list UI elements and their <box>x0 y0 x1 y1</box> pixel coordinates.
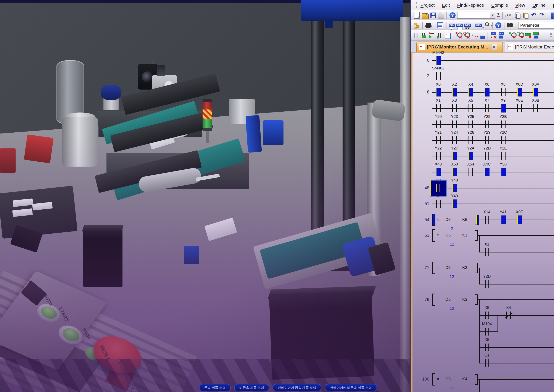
device-display-icon[interactable]: DEV▾ <box>476 24 482 27</box>
sim-load-button-1[interactable]: 금속 제품 로딩 <box>199 384 231 391</box>
menu-item-view[interactable]: View <box>515 3 525 8</box>
ladder-contact-on[interactable] <box>468 88 473 97</box>
contact-pale-icon[interactable] <box>413 32 420 39</box>
help-icon[interactable]: ? <box>495 22 501 28</box>
ladder-contact-bar[interactable] <box>440 104 441 112</box>
ladder-contact-bar[interactable] <box>501 136 502 144</box>
ladder-contact-bar[interactable] <box>472 168 473 176</box>
ladder-contact-bar[interactable] <box>436 72 437 80</box>
checklist-icon[interactable] <box>444 32 451 39</box>
ladder-contact-bar[interactable] <box>488 312 489 319</box>
ladder-contact-bar[interactable] <box>440 72 441 80</box>
ladder-contact-bar[interactable] <box>506 312 507 319</box>
zoom-icon[interactable]: ▾ <box>483 22 490 29</box>
ladder-contact-bar[interactable] <box>456 104 457 112</box>
ladder-contact-bar[interactable] <box>505 136 505 144</box>
ladder-contact-bar[interactable] <box>452 136 453 144</box>
ladder-contact-on[interactable] <box>436 56 441 65</box>
ladder-contact-bar[interactable] <box>488 248 489 256</box>
quick-access-combo[interactable]: ▼ <box>457 12 495 19</box>
undo-icon[interactable] <box>531 12 538 19</box>
menu-item-project[interactable]: Project <box>421 3 435 8</box>
new-document-icon[interactable] <box>414 12 420 19</box>
ladder-contact-on[interactable] <box>468 152 473 160</box>
ladder-contact-bar[interactable] <box>469 104 469 112</box>
ladder-contact-bar[interactable] <box>485 343 486 351</box>
scan-exec-icon[interactable]: ↓✕ <box>525 32 531 39</box>
ladder-contact-bar[interactable] <box>440 120 441 128</box>
ladder-contact-bar[interactable] <box>485 120 486 128</box>
ladder-contact-on[interactable] <box>501 104 506 112</box>
ladder-contact-bar[interactable] <box>521 104 522 112</box>
ladder-contact-bar[interactable] <box>485 328 486 336</box>
ladder-contact-bar[interactable] <box>436 136 437 144</box>
ladder-contact-bar[interactable] <box>436 200 437 208</box>
help-icon[interactable]: ? <box>449 12 456 18</box>
clipped-icon[interactable] <box>551 13 554 19</box>
ladder-contact-bar[interactable] <box>517 104 518 112</box>
ladder-contact-bar[interactable] <box>505 152 505 160</box>
scan-table-icon[interactable]: ↓ <box>479 32 485 39</box>
ladder-contact-bar[interactable] <box>505 120 505 128</box>
ladder-contact-bar[interactable] <box>485 152 486 160</box>
ladder-contact-on[interactable] <box>452 184 457 192</box>
device-network-icon[interactable]: DEV <box>464 24 471 27</box>
ladder-contact-bar[interactable] <box>436 152 437 160</box>
ladder-contact-bar[interactable] <box>488 120 489 128</box>
sim-load-button-2[interactable]: 비금속 제품 로딩 <box>234 384 269 391</box>
ladder-contact-on[interactable] <box>533 88 538 97</box>
ladder-contact-bar[interactable] <box>485 312 486 319</box>
tab-monitor-executing-1[interactable]: [PRG]Monitor Executing M... ✕ <box>416 42 503 52</box>
ladder-contact-bar[interactable] <box>456 120 457 128</box>
print-icon[interactable] <box>438 14 444 19</box>
ladder-contact-bar[interactable] <box>533 104 534 112</box>
step-contact-icon[interactable] <box>436 32 443 39</box>
redo-icon[interactable] <box>539 12 546 19</box>
project-tree-icon[interactable] <box>413 22 420 29</box>
ladder-contact-bar[interactable] <box>472 104 473 112</box>
device-table-skip-icon[interactable]: DEV <box>498 32 505 39</box>
ladder-contact-on[interactable] <box>452 152 457 160</box>
ladder-contact-bar[interactable] <box>452 104 453 112</box>
menu-item-debug[interactable]: Debug <box>553 3 554 8</box>
ladder-contact-bar[interactable] <box>501 88 502 96</box>
ladder-contact-bar[interactable] <box>485 248 486 256</box>
menu-item-find-replace[interactable]: Find/Replace <box>457 3 484 8</box>
toolbar-overflow-icon[interactable]: ▼─ <box>549 33 553 38</box>
ladder-contact-bar[interactable] <box>488 216 489 224</box>
paste-icon[interactable] <box>522 12 529 19</box>
copy-icon[interactable] <box>514 12 521 19</box>
ladder-contact-bar[interactable] <box>469 168 469 176</box>
ladder-contact-on[interactable] <box>452 199 457 208</box>
ladder-contact-bar[interactable] <box>485 280 486 288</box>
save-icon[interactable] <box>430 13 436 18</box>
sim-load-button-3[interactable]: 컨베이어에 금속 제품 로딩 <box>273 384 322 391</box>
program-list-icon[interactable] <box>437 22 443 28</box>
device-test2-icon[interactable]: ✕ <box>463 32 470 39</box>
ladder-contact-bar[interactable] <box>537 104 538 112</box>
ladder-contact-bar[interactable] <box>510 312 511 319</box>
menu-item-compile[interactable]: Compile <box>491 3 508 8</box>
ladder-contact-bar[interactable] <box>440 152 441 160</box>
device-table-icon[interactable]: DEV <box>456 24 463 27</box>
find-icon[interactable] <box>507 22 513 29</box>
ladder-contact-bar[interactable] <box>472 120 473 128</box>
ladder-canvas[interactable]: 0M54422SM4028X0X2X4X6X8X0DX0AX1X3X5X7X9X… <box>413 53 554 392</box>
scan-exec-table-icon[interactable] <box>533 32 539 39</box>
sim-load-button-4[interactable]: 컨베이어에 비금속 제품 로딩 <box>325 384 377 391</box>
ladder-contact-bar[interactable] <box>436 104 437 112</box>
ladder-contact-on[interactable] <box>517 216 522 224</box>
ladder-contact-bar[interactable] <box>501 152 502 160</box>
ladder-contact-bar[interactable] <box>488 104 489 112</box>
ladder-contact-on[interactable] <box>501 216 506 224</box>
run-step-icon[interactable] <box>429 32 435 39</box>
contact-run-icon[interactable] <box>421 32 428 39</box>
device-find-icon[interactable]: DEV <box>449 24 455 27</box>
ladder-contact-on[interactable] <box>484 168 490 176</box>
toolbar-overflow-icon[interactable]: ▼─ <box>497 13 500 18</box>
ladder-contact-bar[interactable] <box>485 359 486 367</box>
ladder-contact-on[interactable] <box>452 168 457 176</box>
ladder-contact-bar[interactable] <box>488 359 489 367</box>
ladder-contact-bar[interactable] <box>452 120 453 128</box>
ladder-contact-bar[interactable] <box>501 120 502 128</box>
